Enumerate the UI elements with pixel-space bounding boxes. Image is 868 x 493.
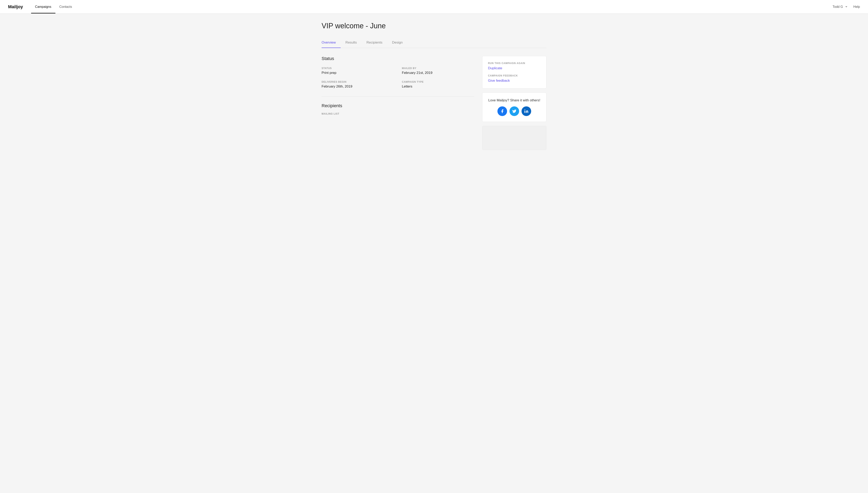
deliveries-item: DELIVERIES BEGIN February 26th, 2019 xyxy=(322,81,394,88)
sidebar: RUN THIS CAMPAIGN AGAIN Duplicate CAMPAI… xyxy=(482,56,546,150)
tab-recipients[interactable]: Recipients xyxy=(362,38,387,48)
status-section-title: Status xyxy=(322,56,474,61)
tab-overview[interactable]: Overview xyxy=(322,38,341,48)
facebook-icon xyxy=(500,109,504,113)
header-right: Todd G Help xyxy=(833,5,860,8)
main-nav: Campaigns Contacts xyxy=(31,0,833,14)
status-value: Print prep xyxy=(322,71,394,75)
run-again-label: RUN THIS CAMPAIGN AGAIN xyxy=(488,62,541,65)
twitter-button[interactable] xyxy=(509,106,519,116)
campaign-actions-card: RUN THIS CAMPAIGN AGAIN Duplicate CAMPAI… xyxy=(482,56,546,88)
status-status-item: STATUS Print prep xyxy=(322,67,394,75)
deliveries-value: February 26th, 2019 xyxy=(322,85,394,88)
tabs-bar: Overview Results Recipients Design xyxy=(322,38,546,48)
page-title: VIP welcome - June xyxy=(322,22,546,30)
social-icons xyxy=(488,106,541,116)
user-menu[interactable]: Todd G xyxy=(833,5,848,8)
main-layout: Status STATUS Print prep MAILED BY Febru… xyxy=(322,48,546,150)
main-content: Status STATUS Print prep MAILED BY Febru… xyxy=(322,56,474,150)
deliveries-label: DELIVERIES BEGIN xyxy=(322,81,394,83)
header: Mailjoy Campaigns Contacts Todd G Help xyxy=(0,0,868,14)
mailed-by-item: MAILED BY February 21st, 2019 xyxy=(402,67,474,75)
share-card: Love Mailjoy? Share it with others! xyxy=(482,92,546,122)
nav-campaigns[interactable]: Campaigns xyxy=(31,0,56,14)
sidebar-extra-card xyxy=(482,126,546,150)
facebook-button[interactable] xyxy=(497,106,507,116)
mailed-by-value: February 21st, 2019 xyxy=(402,71,474,75)
status-grid: STATUS Print prep MAILED BY February 21s… xyxy=(322,67,474,88)
mailing-list-label: MAILING LIST xyxy=(322,112,474,115)
section-divider xyxy=(322,97,474,97)
svg-point-0 xyxy=(524,109,525,110)
recipients-section-title: Recipients xyxy=(322,103,474,108)
campaign-type-value: Letters xyxy=(402,85,474,88)
campaign-type-label: CAMPAIGN TYPE xyxy=(402,81,474,83)
user-name: Todd G xyxy=(833,5,843,8)
tab-results[interactable]: Results xyxy=(341,38,362,48)
status-label: STATUS xyxy=(322,67,394,70)
linkedin-icon xyxy=(524,109,528,113)
help-link[interactable]: Help xyxy=(853,5,860,8)
feedback-label: CAMPAIGN FEEDBACK xyxy=(488,74,541,77)
share-text: Love Mailjoy? Share it with others! xyxy=(488,98,541,102)
campaign-type-item: CAMPAIGN TYPE Letters xyxy=(402,81,474,88)
give-feedback-link[interactable]: Give feedback xyxy=(488,79,541,83)
linkedin-button[interactable] xyxy=(522,106,531,116)
mailed-by-label: MAILED BY xyxy=(402,67,474,70)
page-content: VIP welcome - June Overview Results Reci… xyxy=(313,14,555,162)
tab-design[interactable]: Design xyxy=(387,38,408,48)
chevron-down-icon xyxy=(845,6,847,7)
logo[interactable]: Mailjoy xyxy=(8,4,23,9)
nav-contacts[interactable]: Contacts xyxy=(56,0,76,14)
duplicate-link[interactable]: Duplicate xyxy=(488,66,541,70)
twitter-icon xyxy=(512,109,517,113)
